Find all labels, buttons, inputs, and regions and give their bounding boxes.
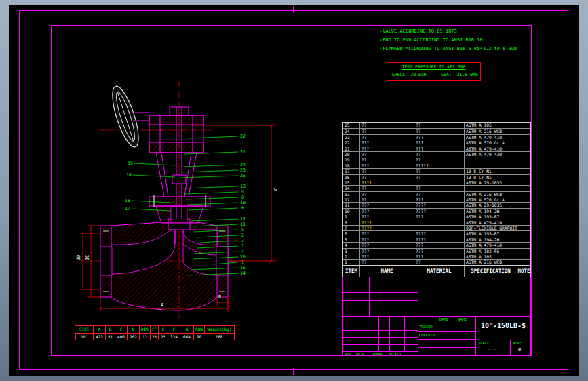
table-row: 15 ???? ASTM A 29-1035 [343,180,530,185]
table-row: 20 ?? ?? ASTM A 479-430 [343,151,530,157]
bom-specification: ASTM A 479-410 [464,243,517,247]
table-row: 10 ??? ???? ASTM A 194-2H [343,208,530,214]
bom-item-number: 18 [343,163,359,168]
size-table-value-cell: 406 [115,333,127,340]
bom-part-name: ?? [359,260,414,264]
part-callout: 9 [239,189,247,195]
part-callout: 1 [239,260,247,265]
bom-specification: ASTM A 570 Gr.A [464,140,517,145]
size-table-value-cell: 90 [193,333,204,340]
bom-material: ?? [414,260,464,264]
bom-specification: ASTM A 479-410 [464,146,517,151]
bom-note [517,237,530,242]
bom-item-number: 24 [343,129,359,134]
size-table-value-cell: 288 [204,333,234,340]
footer-date-label: DATE [356,352,364,357]
bom-note [517,152,530,157]
scale-value: --- [488,347,496,353]
size-table-value-cell: 51 [105,333,115,340]
size-table-header-cell: A [93,326,105,333]
bom-note [517,226,530,230]
bom-item-number: 3 [343,249,359,254]
part-callout: 17 [123,206,132,212]
dimension-label: G [273,187,277,193]
bom-material: ?? [414,169,464,174]
bom-specification: ASTM A 216 WCB [464,192,517,197]
bom-part-name: ??? [359,203,414,207]
title-block: DATE NAME TRACED CHECKED 10"-150LB-$ SCA… [342,277,531,356]
test-pressure-box: TEST PRESSURE TO API 598 -SHELL- 30 BAR … [387,62,481,81]
bom-note [517,197,530,202]
bom-specification: ASTM A 479-410 [464,220,517,225]
bom-specification [464,163,517,168]
bom-material: ?? [414,123,464,128]
scale-label: SCALE [478,341,490,346]
part-callout: 18 [123,198,132,203]
bom-note [517,186,530,190]
bom-item-number: 25 [343,123,359,128]
part-callout: 23 [239,167,247,173]
bom-header-row: ITEM NAME MATERIAL SPECIFICATION NOTE [343,265,530,277]
bom-part-name: ??? [359,209,414,214]
shell-pressure: -SHELL- 30 BAR [389,71,427,79]
bom-specification [464,186,517,190]
dimension-label: A [160,302,164,308]
size-table-value-cell: 10" [75,333,93,340]
footer-rev-label: REV. [345,352,353,357]
size-table-header-cell: G [180,326,193,333]
bom-material: ??? [414,243,464,247]
bom-note [517,203,530,207]
bom-specification: ASTM A 194-2H [464,209,517,214]
part-callout: 15 [239,265,247,270]
rev-label: REV: [513,341,522,346]
bom-material: ???? [414,209,464,214]
table-row: 14 ?? ?? [343,185,530,190]
bom-specification: 13-8 Cr-Ni [464,169,517,174]
bom-note [517,129,530,134]
general-notes: -VALVE ACCORDING TO BS 1873 -END TO END … [380,27,517,54]
bom-note [517,157,530,162]
bom-header-name: NAME [359,266,414,277]
part-callout: 13 [239,184,247,189]
size-table-value-cell: 25 [158,333,168,340]
bom-part-name: ?? [359,169,414,174]
part-callout: 8 [239,195,247,200]
bom-note [517,220,530,225]
part-callout: 12 [239,216,247,222]
bom-note [517,180,530,185]
bom-part-name: ??? [359,254,414,259]
size-table-header-cell: C [115,326,127,333]
bom-part-name: ???? [359,180,414,185]
note-line: -END TO END ACCORDING TO ANSI B16.10 [380,36,517,45]
date-column-header: DATE [439,317,448,322]
bom-note [517,192,530,197]
bom-material: ???? [414,237,464,242]
bom-material: ?? [414,157,464,162]
bom-note [517,169,530,174]
size-table-value-cell: 324 [168,333,180,340]
size-table-header-cell: Weight(kg) [204,326,234,333]
bom-note [517,249,530,254]
part-callout: 25 [239,173,247,178]
name-column-header: NAME [458,317,467,322]
bom-specification: ASTM A 479-430 [464,152,517,157]
note-line: -FLANGED ACCORDING TO ANSI B16.5 Ra=3.2 … [380,45,517,54]
rev-value: 0 [518,347,521,353]
bom-item-number: 2 [343,254,359,259]
bom-rows: 25 ?? ?? ASTM A 105 24 ?? ?? ASTM A 216 … [343,123,530,265]
table-row: 5 ??? ???? ASTM A 194-2H [343,237,530,242]
size-table-header-cell: D [127,326,139,333]
table-row: 11 ??? ???? ASTM A 29-1035 [343,202,530,207]
size-table-header-cell: FF [150,326,158,333]
footer-drawn-label: DRAWN [372,352,382,357]
part-callout: 10 [239,200,247,205]
table-row: 7 ???? OBF+FLEXIBLE GRAPHITE [343,225,530,230]
bom-item-number: 7 [343,226,359,230]
table-row: 23 ?? ??? ASTM A 479-410 [343,134,530,140]
table-row: 24 ?? ?? ASTM A 216 WCB [343,128,530,134]
bom-part-name: ?? [359,192,414,197]
valve-body [100,219,228,310]
table-row: 19 ?? ?? [343,157,530,162]
bom-specification: ASTM A 194-2H [464,237,517,242]
bom-note [517,163,530,168]
